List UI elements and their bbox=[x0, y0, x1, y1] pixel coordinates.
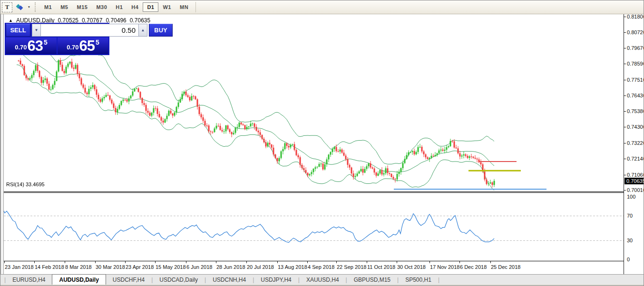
date-tick-mark bbox=[367, 261, 367, 263]
price-tick-label: 0.79670 bbox=[627, 45, 644, 51]
chart-tab-XAUUSD-H4[interactable]: XAUUSD,H4 bbox=[300, 275, 346, 285]
price-axis[interactable]: 0.818000.807200.796700.785900.775100.764… bbox=[624, 14, 644, 274]
price-tick-mark bbox=[624, 17, 626, 17]
date-tick-label: 30 Mar 2018 bbox=[96, 264, 125, 270]
date-tick-label: 30 Oct 2018 bbox=[397, 264, 426, 270]
ohlc-close: 0.70635 bbox=[130, 17, 150, 24]
timeframe-button-H4[interactable]: H4 bbox=[127, 2, 143, 12]
date-tick-mark bbox=[125, 261, 126, 263]
date-tick-mark bbox=[429, 261, 430, 263]
price-tick-mark bbox=[624, 143, 626, 143]
sell-big-figure: 0.70 bbox=[15, 44, 27, 51]
buy-big-figure: 0.70 bbox=[67, 44, 78, 51]
left-window-splitter[interactable] bbox=[0, 14, 4, 285]
timeframe-button-W1[interactable]: W1 bbox=[158, 2, 176, 12]
timeframe-button-H1[interactable]: H1 bbox=[111, 2, 127, 12]
date-tick-mark bbox=[216, 261, 216, 263]
price-tick-mark bbox=[624, 175, 626, 175]
date-tick-mark bbox=[155, 261, 156, 263]
date-tick-label: 13 Aug 2018 bbox=[278, 264, 307, 270]
toolbar-grip[interactable] bbox=[35, 2, 37, 12]
chart-tab-USDCAD-Daily[interactable]: USDCAD,Daily bbox=[153, 275, 205, 285]
chart-tab-EURUSD-H4[interactable]: EURUSD,H4 bbox=[6, 275, 52, 285]
rsi-axis-label: 30 bbox=[627, 238, 633, 243]
timeframe-button-M1[interactable]: M1 bbox=[40, 2, 56, 12]
price-tick-mark bbox=[624, 80, 626, 80]
lot-increase-button[interactable]: ▲ bbox=[138, 24, 147, 37]
sell-button[interactable]: SELL bbox=[6, 24, 30, 37]
date-tick-mark bbox=[186, 261, 186, 263]
date-tick-mark bbox=[459, 261, 460, 263]
timeframe-button-MN[interactable]: MN bbox=[176, 2, 193, 12]
price-tick-label: 0.73220 bbox=[627, 140, 644, 146]
rsi-axis-label: 70 bbox=[627, 213, 633, 219]
timeframe-buttons: M1M5M15M30H1H4D1W1MN bbox=[40, 2, 193, 12]
text-tool-button[interactable]: T bbox=[2, 2, 12, 12]
price-tick-mark bbox=[624, 111, 626, 112]
lot-decrease-button[interactable]: ▼ bbox=[32, 24, 41, 37]
tab-separator: | bbox=[438, 275, 439, 285]
date-axis[interactable]: 23 Jan 201814 Feb 20188 Mar 201830 Mar 2… bbox=[4, 261, 624, 274]
chart-region: ▲ AUDUSD,Daily 0.70525 0.70767 0.70496 0… bbox=[4, 14, 624, 261]
toolbar: T ▼ M1M5M15M30H1H4D1W1MN bbox=[0, 0, 644, 14]
indicators-icon[interactable] bbox=[14, 2, 25, 12]
date-tick-label: 17 Nov 2018 bbox=[430, 264, 459, 270]
price-tick-label: 0.80720 bbox=[627, 29, 644, 35]
date-tick-mark bbox=[277, 261, 278, 263]
buy-button[interactable]: BUY bbox=[149, 24, 173, 37]
date-tick-label: 11 Oct 2018 bbox=[367, 264, 395, 270]
price-tick-mark bbox=[624, 127, 626, 127]
chart-tab-USDJPY-H4[interactable]: USDJPY,H4 bbox=[254, 275, 298, 285]
date-tick-label: 6 Jun 2018 bbox=[186, 264, 212, 270]
chart-tab-SP500-H1[interactable]: SP500,H1 bbox=[399, 275, 438, 285]
rsi-value: 33.4695 bbox=[26, 181, 45, 187]
date-tick-label: 4 Sep 2018 bbox=[308, 264, 334, 270]
date-tick-label: 23 Jan 2018 bbox=[5, 264, 34, 270]
date-tick-mark bbox=[307, 261, 308, 263]
date-tick-mark bbox=[490, 261, 491, 263]
timeframe-button-M5[interactable]: M5 bbox=[56, 2, 72, 12]
chevron-down-icon[interactable]: ▼ bbox=[28, 5, 30, 9]
date-tick-mark bbox=[4, 261, 5, 263]
date-tick-label: 25 Dec 2018 bbox=[491, 264, 520, 270]
sell-pips: 63 bbox=[28, 39, 43, 53]
sell-pipette: 5 bbox=[44, 38, 48, 46]
price-tick-label: 0.72140 bbox=[627, 156, 644, 162]
price-tick-label: 0.81800 bbox=[627, 14, 644, 19]
date-tick-label: 15 May 2018 bbox=[156, 264, 186, 270]
date-tick-label: 8 Mar 2018 bbox=[65, 264, 92, 270]
buy-price-display[interactable]: 0.70655 bbox=[58, 38, 108, 54]
rsi-axis-label: 0 bbox=[627, 257, 630, 262]
timeframe-button-M15[interactable]: M15 bbox=[72, 2, 92, 12]
price-tick-mark bbox=[624, 64, 626, 64]
date-tick-mark bbox=[397, 261, 397, 263]
collapse-panel-arrow-icon[interactable]: ▲ bbox=[9, 18, 13, 23]
one-click-trade-panel: SELL ▼ ▲ BUY 0.70635 0.70655 bbox=[5, 23, 109, 55]
price-tick-label: 0.78590 bbox=[627, 61, 644, 67]
lot-size-input[interactable] bbox=[41, 24, 138, 37]
lot-size-stepper: ▼ ▲ bbox=[32, 24, 147, 37]
current-price-badge: 0.70635 bbox=[624, 178, 644, 184]
date-tick-label: 22 Sep 2018 bbox=[337, 264, 366, 270]
chart-tab-USDCHF-H4[interactable]: USDCHF,H4 bbox=[106, 275, 151, 285]
date-tick-label: 20 Jul 2018 bbox=[247, 264, 274, 270]
date-tick-label: 14 Feb 2018 bbox=[35, 264, 64, 270]
chart-tab-USDCNH-H4[interactable]: USDCNH,H4 bbox=[206, 275, 253, 285]
date-tick-mark bbox=[246, 261, 247, 263]
date-tick-mark bbox=[65, 261, 65, 263]
timeframe-button-D1[interactable]: D1 bbox=[143, 2, 158, 12]
price-tick-label: 0.74300 bbox=[627, 124, 644, 130]
price-tick-mark bbox=[624, 48, 626, 48]
timeframe-button-M30[interactable]: M30 bbox=[92, 2, 111, 12]
rsi-indicator-label: RSI(14) 33.4695 bbox=[6, 181, 45, 187]
price-tick-mark bbox=[624, 95, 626, 96]
buy-pipette: 5 bbox=[96, 38, 99, 46]
chart-tab-AUDUSD-Daily[interactable]: AUDUSD,Daily bbox=[52, 274, 106, 285]
sell-price-display[interactable]: 0.70635 bbox=[6, 38, 57, 54]
price-tick-mark bbox=[624, 159, 626, 159]
price-tick-mark bbox=[624, 190, 626, 191]
chart-tabs-bar: |EURUSD,H4AUDUSD,DailyUSDCHF,H4|USDCAD,D… bbox=[0, 274, 644, 285]
toolbar-separator bbox=[195, 2, 196, 12]
price-tick-label: 0.77510 bbox=[627, 77, 644, 83]
chart-tab-GBPUSD-M15[interactable]: GBPUSD,M15 bbox=[347, 275, 397, 285]
